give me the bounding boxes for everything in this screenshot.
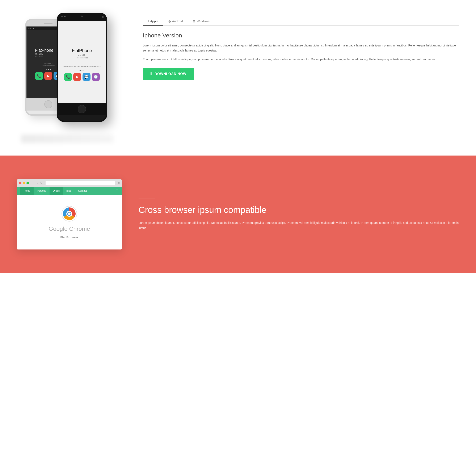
browser-mockup: ← → ↻ ≡ Home Portfolio Drops Blog Contac…: [17, 179, 122, 250]
white-phone-home-btn[interactable]: [44, 100, 52, 108]
black-phone-time: 14:06 PM: [60, 16, 66, 18]
white-dot-3: [50, 69, 51, 70]
black-phone-app-name: FlatPhone: [72, 48, 92, 53]
browser-content: Google Chrome Flat Browser: [17, 195, 122, 250]
apple-icon: : [148, 19, 149, 23]
black-phone-battery: ▐▐: [102, 16, 104, 18]
description-paragraph-1: Lorem ipsum dolor sit amet, consectetur …: [143, 43, 459, 53]
tab-windows-label: Windows: [197, 19, 210, 23]
black-phone-home-btn[interactable]: [78, 105, 86, 113]
phones-shadow: [21, 134, 113, 143]
black-phone-free-resource: Free Resource: [76, 57, 88, 59]
black-phone-tagline: Fully-scalable and customizable vector P…: [63, 65, 101, 68]
platform-tabs:  Apple ◕ Android ⊞ Windows: [143, 17, 459, 26]
browser-refresh-btn[interactable]: ↻: [40, 182, 42, 184]
android-icon: ◕: [168, 19, 171, 23]
chrome-icon: [61, 205, 78, 222]
black-dot-1: [80, 70, 81, 71]
black-phone-app-name-bold: Phone: [79, 48, 92, 53]
tab-windows[interactable]: ⊞ Windows: [188, 17, 215, 26]
black-phone-screen: FlatPhone MockUp Free Resource Fully-sca…: [58, 21, 106, 103]
black-phone-dots: [80, 70, 85, 71]
black-phone: 14:06 PM ▐▐ FlatPhone MockUp Free Resour…: [57, 13, 107, 122]
black-phone-icons-row: 📞 ▶ 💬 🕐: [64, 73, 100, 81]
white-app-icon-play: ▶: [44, 72, 52, 80]
nav-item-drops-label: Drops: [53, 189, 60, 192]
browser-forward-btn[interactable]: →: [36, 182, 38, 184]
black-dot-2: [82, 70, 83, 71]
black-phone-top-bar: 14:06 PM ▐▐: [58, 14, 106, 21]
nav-item-contact-label: Contact: [78, 189, 87, 192]
download-apple-icon: : [150, 72, 152, 76]
cross-browser-title: Cross browser ipsum compatible: [138, 205, 459, 215]
right-content-area:  Apple ◕ Android ⊞ Windows Iphone Versi…: [143, 13, 459, 80]
decorative-line: [138, 198, 155, 198]
browser-app-name: Google Chrome: [49, 225, 90, 232]
cross-browser-description: Lorem ipsum dolor sit amet, consectetur …: [138, 220, 459, 231]
bottom-section: ← → ↻ ≡ Home Portfolio Drops Blog Contac…: [0, 156, 476, 273]
black-dot-3: [83, 70, 85, 71]
tab-apple[interactable]:  Apple: [143, 17, 163, 26]
nav-item-drops[interactable]: Drops: [50, 187, 63, 195]
black-app-icon-phone: 📞: [64, 73, 72, 81]
black-phone-bottom: [58, 103, 106, 115]
nav-item-blog[interactable]: Blog: [63, 187, 75, 195]
black-phone-app-name-light: Flat: [72, 48, 79, 53]
nav-item-portfolio-label: Portfolio: [37, 189, 46, 192]
download-btn-label: DOWNLOAD NOW: [154, 72, 187, 76]
browser-maximize-btn[interactable]: [26, 182, 29, 184]
nav-item-home-label: Home: [23, 189, 30, 192]
nav-item-home[interactable]: Home: [20, 187, 34, 195]
cross-browser-content: Cross browser ipsum compatible Lorem ips…: [138, 198, 459, 231]
black-app-icon-chat: 💬: [83, 73, 90, 81]
white-phone-time: 14:06 PM: [28, 28, 34, 29]
browser-close-btn[interactable]: [19, 182, 21, 184]
phones-container: 14:06 PM ▐▐▐ FlatPhone MockUp Free Reso.…: [17, 13, 126, 143]
download-button[interactable]:  DOWNLOAD NOW: [143, 68, 194, 80]
black-phone-camera: [81, 16, 83, 17]
top-section: 14:06 PM ▐▐▐ FlatPhone MockUp Free Reso.…: [0, 0, 476, 156]
browser-app-subtitle: Flat Browser: [60, 236, 78, 239]
svg-point-4: [69, 212, 70, 213]
iphone-version-title: Iphone Version: [143, 32, 459, 39]
tab-android[interactable]: ◕ Android: [163, 17, 188, 26]
description-paragraph-2: Etiam placerat nunc ut tellus tristique,…: [143, 57, 459, 62]
browser-minimize-btn[interactable]: [23, 182, 25, 184]
white-app-icon-phone: 📞: [35, 72, 43, 80]
browser-hamburger-icon[interactable]: ☰: [116, 189, 119, 193]
tab-android-label: Android: [172, 19, 183, 23]
nav-item-contact[interactable]: Contact: [75, 187, 90, 195]
black-app-icon-clock: 🕐: [92, 73, 100, 81]
browser-menu-icon[interactable]: ≡: [118, 181, 120, 185]
white-dot-1: [46, 69, 47, 70]
nav-item-portfolio[interactable]: Portfolio: [34, 187, 50, 195]
browser-top-bar: ← → ↻ ≡: [17, 179, 122, 187]
nav-item-blog-label: Blog: [66, 189, 71, 192]
browser-nav: Home Portfolio Drops Blog Contact ☰: [17, 187, 122, 195]
white-phone-speaker: [44, 23, 52, 24]
tab-apple-label: Apple: [150, 19, 158, 23]
windows-icon: ⊞: [193, 19, 195, 23]
white-dot-2: [48, 69, 49, 70]
black-phone-mockup-label: MockUp: [78, 54, 86, 56]
black-app-icon-play: ▶: [73, 73, 81, 81]
browser-address-bar[interactable]: [46, 181, 115, 185]
browser-back-btn[interactable]: ←: [32, 182, 34, 184]
